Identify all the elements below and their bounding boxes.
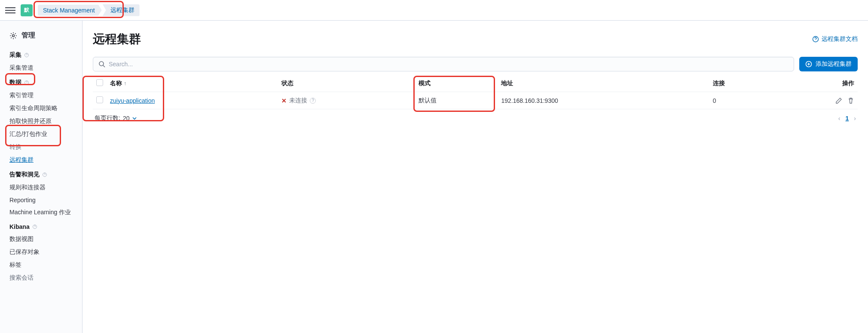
search-input[interactable] [109,61,789,68]
gear-icon [9,32,17,40]
column-mode[interactable]: 模式 [415,75,498,92]
sidebar-item-remote-clusters[interactable]: 远程集群 [0,154,82,166]
help-icon[interactable] [42,172,47,177]
column-status[interactable]: 状态 [278,75,415,92]
edit-icon[interactable] [835,97,842,104]
column-connections[interactable]: 连接 [709,75,772,92]
sidebar-item-ingest-pipelines[interactable]: 采集管道 [0,62,82,74]
sidebar-item-search-sessions[interactable]: 搜索会话 [0,271,82,284]
sidebar-group-alerts: 告警和洞见 [0,166,82,181]
sidebar-item-saved-objects[interactable]: 已保存对象 [0,246,82,259]
rows-per-page-selector[interactable]: 每页行数: 20 [95,114,137,122]
cluster-name-link[interactable]: zuiyu-application [110,97,155,104]
sidebar-group-kibana: Kibana [0,219,82,233]
sidebar-item-transforms[interactable]: 转换 [0,141,82,154]
sidebar: 管理 采集 采集管道 数据 索引管理 索引生命周期策略 拍取快照并还原 汇总/打… [0,21,83,333]
column-name[interactable]: 名称↑ [107,75,278,92]
svg-point-0 [12,34,15,37]
docs-link[interactable]: 远程集群文档 [812,35,858,43]
pager-next[interactable]: › [854,115,856,122]
search-input-container[interactable] [93,57,794,71]
sidebar-item-rollup[interactable]: 汇总/打包作业 [0,128,82,141]
mode-cell: 默认值 [415,92,498,109]
help-icon[interactable] [24,80,29,85]
help-circle-icon [812,36,819,43]
sidebar-header: 管理 [0,28,82,47]
sidebar-item-snapshot-restore[interactable]: 拍取快照并还原 [0,115,82,128]
search-icon [98,61,105,68]
sidebar-title: 管理 [21,31,35,40]
pager-prev[interactable]: ‹ [838,115,840,122]
sidebar-item-tags[interactable]: 标签 [0,259,82,271]
status-cell: ✕ 未连接 ? [281,97,412,105]
sidebar-group-data: 数据 [0,74,82,89]
help-icon[interactable] [24,52,29,58]
remote-clusters-table: 名称↑ 状态 模式 地址 连接 操作 zuiyu-application ✕ [93,75,858,109]
pagination: ‹ 1 › [838,115,856,122]
sidebar-item-reporting[interactable]: Reporting [0,194,82,206]
add-remote-cluster-button[interactable]: 添加远程集群 [799,57,858,71]
help-icon[interactable] [32,224,37,229]
info-icon[interactable]: ? [310,98,316,104]
sidebar-item-ilm[interactable]: 索引生命周期策略 [0,102,82,115]
sort-asc-icon: ↑ [124,80,126,86]
sidebar-item-ml-jobs[interactable]: Machine Learning 作业 [0,206,82,219]
sidebar-item-data-views[interactable]: 数据视图 [0,233,82,246]
plus-circle-icon [805,61,812,68]
chevron-down-icon [132,116,137,121]
svg-point-6 [99,62,104,66]
breadcrumb-stack-management[interactable]: Stack Management [38,5,102,16]
connections-cell: 0 [709,92,772,109]
menu-toggle-icon[interactable] [5,5,15,15]
main-content: 远程集群 远程集群文档 添加远程集群 名称↑ [83,21,868,333]
column-actions: 操作 [772,75,858,92]
select-all-checkbox[interactable] [96,79,103,86]
disconnected-icon: ✕ [281,97,287,104]
address-cell: 192.168.160.31:9300 [498,92,709,109]
sidebar-item-index-management[interactable]: 索引管理 [0,89,82,102]
breadcrumb: Stack Management 远程集群 [38,4,140,16]
sidebar-group-ingest: 采集 [0,47,82,62]
top-bar: 默 Stack Management 远程集群 [0,0,868,21]
space-badge[interactable]: 默 [21,4,33,16]
row-checkbox[interactable] [96,96,103,103]
sidebar-item-rules-connectors[interactable]: 规则和连接器 [0,181,82,194]
pager-page-1[interactable]: 1 [846,115,849,122]
delete-icon[interactable] [847,97,854,104]
page-title: 远程集群 [93,31,141,47]
table-row: zuiyu-application ✕ 未连接 ? 默认值 192.168.16… [93,92,858,109]
breadcrumb-remote-clusters[interactable]: 远程集群 [103,4,140,16]
column-address[interactable]: 地址 [498,75,709,92]
